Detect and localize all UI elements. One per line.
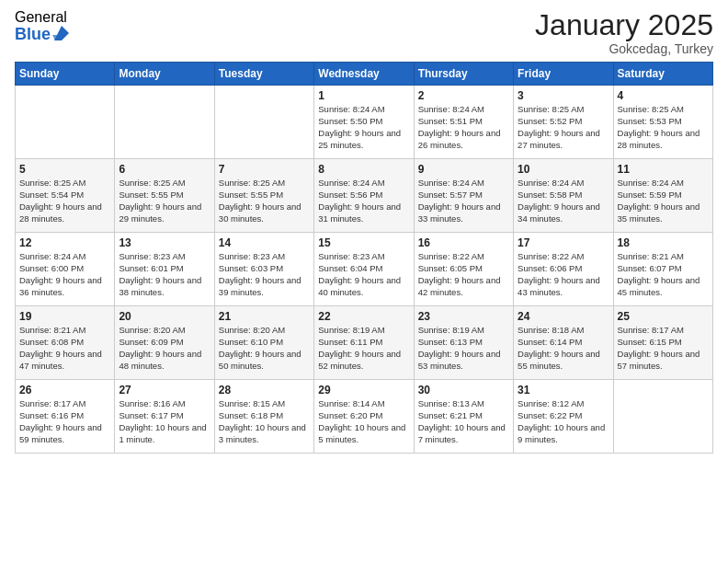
- calendar-cell-day-1: 1Sunrise: 8:24 AMSunset: 5:50 PMDaylight…: [314, 86, 414, 159]
- day-number: 13: [119, 236, 210, 249]
- calendar-cell-day-29: 29Sunrise: 8:14 AMSunset: 6:20 PMDayligh…: [314, 380, 414, 454]
- logo-blue: Blue: [15, 26, 51, 44]
- calendar-cell-empty: [16, 86, 115, 159]
- day-number: 11: [618, 163, 709, 176]
- calendar-cell-day-11: 11Sunrise: 8:24 AMSunset: 5:59 PMDayligh…: [613, 159, 712, 233]
- cell-content: Sunrise: 8:20 AMSunset: 6:10 PMDaylight:…: [219, 325, 301, 370]
- col-header-thursday: Thursday: [414, 63, 513, 86]
- cell-content: Sunrise: 8:23 AMSunset: 6:04 PMDaylight:…: [318, 251, 401, 296]
- cell-content: Sunrise: 8:21 AMSunset: 6:07 PMDaylight:…: [618, 251, 700, 296]
- day-number: 9: [418, 163, 509, 176]
- calendar-cell-day-22: 22Sunrise: 8:19 AMSunset: 6:11 PMDayligh…: [314, 306, 414, 380]
- calendar-week-row: 5Sunrise: 8:25 AMSunset: 5:54 PMDaylight…: [16, 159, 713, 233]
- logo-general: General: [15, 9, 69, 26]
- day-number: 6: [119, 163, 210, 176]
- day-number: 1: [318, 89, 409, 102]
- calendar-cell-day-5: 5Sunrise: 8:25 AMSunset: 5:54 PMDaylight…: [16, 159, 115, 233]
- cell-content: Sunrise: 8:22 AMSunset: 6:06 PMDaylight:…: [518, 251, 600, 296]
- calendar-cell-empty: [613, 380, 712, 454]
- calendar-cell-day-14: 14Sunrise: 8:23 AMSunset: 6:03 PMDayligh…: [214, 233, 313, 306]
- calendar-cell-day-16: 16Sunrise: 8:22 AMSunset: 6:05 PMDayligh…: [414, 233, 513, 306]
- calendar-cell-day-27: 27Sunrise: 8:16 AMSunset: 6:17 PMDayligh…: [115, 380, 214, 454]
- day-number: 14: [219, 236, 310, 249]
- calendar-cell-day-8: 8Sunrise: 8:24 AMSunset: 5:56 PMDaylight…: [314, 159, 414, 233]
- cell-content: Sunrise: 8:23 AMSunset: 6:03 PMDaylight:…: [219, 251, 301, 296]
- day-number: 26: [19, 384, 110, 396]
- cell-content: Sunrise: 8:17 AMSunset: 6:15 PMDaylight:…: [618, 325, 700, 370]
- calendar-cell-day-24: 24Sunrise: 8:18 AMSunset: 6:14 PMDayligh…: [514, 306, 613, 380]
- calendar-cell-day-9: 9Sunrise: 8:24 AMSunset: 5:57 PMDaylight…: [414, 159, 513, 233]
- day-number: 27: [119, 384, 210, 396]
- cell-content: Sunrise: 8:25 AMSunset: 5:54 PMDaylight:…: [19, 178, 102, 223]
- day-number: 30: [418, 384, 509, 396]
- day-number: 20: [119, 310, 210, 323]
- calendar-cell-day-10: 10Sunrise: 8:24 AMSunset: 5:58 PMDayligh…: [514, 159, 613, 233]
- day-number: 19: [19, 310, 110, 323]
- calendar-cell-day-17: 17Sunrise: 8:22 AMSunset: 6:06 PMDayligh…: [514, 233, 613, 306]
- cell-content: Sunrise: 8:25 AMSunset: 5:52 PMDaylight:…: [518, 104, 600, 149]
- calendar-week-row: 12Sunrise: 8:24 AMSunset: 6:00 PMDayligh…: [16, 233, 713, 306]
- calendar-cell-day-31: 31Sunrise: 8:12 AMSunset: 6:22 PMDayligh…: [514, 380, 613, 454]
- calendar-cell-day-6: 6Sunrise: 8:25 AMSunset: 5:55 PMDaylight…: [115, 159, 214, 233]
- cell-content: Sunrise: 8:25 AMSunset: 5:55 PMDaylight:…: [119, 178, 201, 223]
- day-number: 2: [418, 89, 509, 102]
- calendar-cell-day-4: 4Sunrise: 8:25 AMSunset: 5:53 PMDaylight…: [613, 86, 712, 159]
- calendar-table: SundayMondayTuesdayWednesdayThursdayFrid…: [15, 62, 713, 454]
- day-number: 12: [19, 236, 110, 249]
- cell-content: Sunrise: 8:24 AMSunset: 5:57 PMDaylight:…: [418, 178, 501, 223]
- cell-content: Sunrise: 8:19 AMSunset: 6:11 PMDaylight:…: [318, 325, 401, 370]
- calendar-cell-day-23: 23Sunrise: 8:19 AMSunset: 6:13 PMDayligh…: [414, 306, 513, 380]
- calendar-cell-day-3: 3Sunrise: 8:25 AMSunset: 5:52 PMDaylight…: [514, 86, 613, 159]
- location-subtitle: Gokcedag, Turkey: [535, 41, 713, 56]
- cell-content: Sunrise: 8:17 AMSunset: 6:16 PMDaylight:…: [19, 398, 102, 443]
- day-number: 7: [219, 163, 310, 176]
- calendar-cell-day-20: 20Sunrise: 8:20 AMSunset: 6:09 PMDayligh…: [115, 306, 214, 380]
- calendar-cell-day-2: 2Sunrise: 8:24 AMSunset: 5:51 PMDaylight…: [414, 86, 513, 159]
- day-number: 22: [318, 310, 409, 323]
- cell-content: Sunrise: 8:24 AMSunset: 6:00 PMDaylight:…: [19, 251, 102, 296]
- day-number: 16: [418, 236, 509, 249]
- calendar-cell-day-19: 19Sunrise: 8:21 AMSunset: 6:08 PMDayligh…: [16, 306, 115, 380]
- cell-content: Sunrise: 8:22 AMSunset: 6:05 PMDaylight:…: [418, 251, 501, 296]
- cell-content: Sunrise: 8:25 AMSunset: 5:55 PMDaylight:…: [219, 178, 301, 223]
- day-number: 15: [318, 236, 409, 249]
- cell-content: Sunrise: 8:12 AMSunset: 6:22 PMDaylight:…: [518, 398, 605, 443]
- calendar-cell-empty: [115, 86, 214, 159]
- day-number: 24: [518, 310, 609, 323]
- cell-content: Sunrise: 8:20 AMSunset: 6:09 PMDaylight:…: [119, 325, 201, 370]
- logo-icon: [52, 24, 69, 42]
- col-header-saturday: Saturday: [613, 63, 712, 86]
- day-number: 23: [418, 310, 509, 323]
- col-header-monday: Monday: [115, 63, 214, 86]
- day-number: 17: [518, 236, 609, 249]
- cell-content: Sunrise: 8:14 AMSunset: 6:20 PMDaylight:…: [318, 398, 405, 443]
- month-title: January 2025: [535, 9, 713, 41]
- cell-content: Sunrise: 8:25 AMSunset: 5:53 PMDaylight:…: [618, 104, 700, 149]
- calendar-cell-empty: [214, 86, 313, 159]
- cell-content: Sunrise: 8:16 AMSunset: 6:17 PMDaylight:…: [119, 398, 206, 443]
- calendar-cell-day-21: 21Sunrise: 8:20 AMSunset: 6:10 PMDayligh…: [214, 306, 313, 380]
- day-number: 5: [19, 163, 110, 176]
- day-number: 25: [618, 310, 709, 323]
- day-number: 29: [318, 384, 409, 396]
- day-number: 18: [618, 236, 709, 249]
- cell-content: Sunrise: 8:23 AMSunset: 6:01 PMDaylight:…: [119, 251, 201, 296]
- day-number: 3: [518, 89, 609, 102]
- title-block: January 2025 Gokcedag, Turkey: [535, 9, 713, 56]
- calendar-header-row: SundayMondayTuesdayWednesdayThursdayFrid…: [16, 63, 713, 86]
- day-number: 31: [518, 384, 609, 396]
- day-number: 10: [518, 163, 609, 176]
- day-number: 4: [618, 89, 709, 102]
- cell-content: Sunrise: 8:24 AMSunset: 5:50 PMDaylight:…: [318, 104, 401, 149]
- logo-text: General Blue: [15, 9, 69, 43]
- cell-content: Sunrise: 8:13 AMSunset: 6:21 PMDaylight:…: [418, 398, 506, 443]
- calendar-cell-day-28: 28Sunrise: 8:15 AMSunset: 6:18 PMDayligh…: [214, 380, 313, 454]
- calendar-cell-day-15: 15Sunrise: 8:23 AMSunset: 6:04 PMDayligh…: [314, 233, 414, 306]
- cell-content: Sunrise: 8:24 AMSunset: 5:56 PMDaylight:…: [318, 178, 401, 223]
- cell-content: Sunrise: 8:21 AMSunset: 6:08 PMDaylight:…: [19, 325, 102, 370]
- col-header-friday: Friday: [514, 63, 613, 86]
- col-header-wednesday: Wednesday: [314, 63, 414, 86]
- calendar-week-row: 26Sunrise: 8:17 AMSunset: 6:16 PMDayligh…: [16, 380, 713, 454]
- calendar-cell-day-30: 30Sunrise: 8:13 AMSunset: 6:21 PMDayligh…: [414, 380, 513, 454]
- cell-content: Sunrise: 8:19 AMSunset: 6:13 PMDaylight:…: [418, 325, 501, 370]
